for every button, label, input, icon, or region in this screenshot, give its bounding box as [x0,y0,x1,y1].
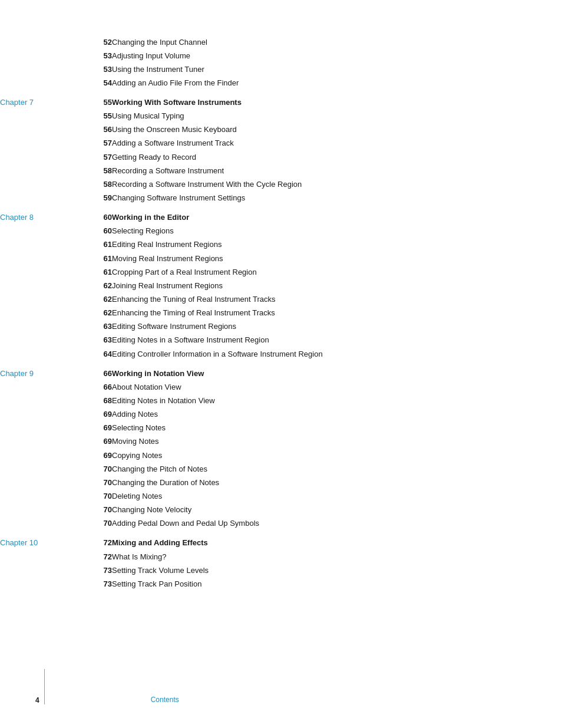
toc-table: 52 Changing the Input Channel 53 Adjusti… [0,35,562,591]
chapter-cell: Chapter 7 [0,96,82,110]
page-number-cell: 66 [82,380,112,394]
footer-contents-label: Contents [45,696,179,704]
chapter-label: Chapter 10 [0,538,38,547]
chapter-cell [0,192,82,205]
chapter-cell [0,49,82,62]
page-number-cell: 62 [82,293,112,307]
page-number-cell: 54 [82,76,112,90]
page-number-cell: 63 [82,320,112,334]
list-item: 70 Adding Pedal Down and Pedal Up Symbol… [0,517,562,531]
chapter-cell [0,35,82,49]
list-item: 62 Joining Real Instrument Regions [0,279,562,292]
title-cell: Enhancing the Tuning of Real Instrument … [112,293,562,307]
page-number: 4 [35,696,39,704]
page-number-cell: 66 [82,367,112,380]
chapter-cell [0,279,82,292]
list-item: 62 Enhancing the Tuning of Real Instrume… [0,293,562,307]
title-cell: Getting Ready to Record [112,150,562,164]
chapter-cell [0,320,82,334]
list-item: 55 Using Musical Typing [0,110,562,123]
list-item: 52 Changing the Input Channel [0,35,562,49]
title-cell: Changing the Duration of Notes [112,476,562,489]
chapter-cell [0,503,82,517]
title-cell: Using Musical Typing [112,110,562,123]
chapter-cell [0,265,82,279]
page-number-cell: 70 [82,517,112,531]
title-cell: Editing Notes in a Software Instrument R… [112,334,562,347]
list-item: 63 Editing Notes in a Software Instrumen… [0,334,562,347]
chapter-cell [0,490,82,503]
page-number-cell: 61 [82,238,112,252]
list-item: Chapter 7 55 Working With Software Instr… [0,96,562,110]
list-item: 70 Changing Note Velocity [0,503,562,517]
chapter-cell [0,408,82,421]
page: 52 Changing the Input Channel 53 Adjusti… [0,0,562,728]
title-cell: Mixing and Adding Effects [112,536,562,550]
page-number-cell: 58 [82,164,112,177]
page-number-cell: 69 [82,435,112,449]
page-number-cell: 69 [82,408,112,421]
list-item: 66 About Notation View [0,380,562,394]
title-cell: Editing Notes in Notation View [112,394,562,408]
chapter-cell [0,164,82,177]
page-number-cell: 52 [82,35,112,49]
title-cell: Working With Software Instruments [112,96,562,110]
chapter-cell [0,137,82,150]
chapter-cell: Chapter 10 [0,536,82,550]
list-item: 59 Changing Software Instrument Settings [0,192,562,205]
chapter-cell [0,462,82,476]
title-cell: Working in the Editor [112,211,562,225]
page-number-cell: 55 [82,96,112,110]
list-item: 58 Recording a Software Instrument With … [0,177,562,191]
chapter-cell [0,62,82,76]
chapter-cell [0,177,82,191]
page-number-cell: 56 [82,123,112,137]
list-item: 69 Adding Notes [0,408,562,421]
chapter-cell [0,307,82,320]
title-cell: Adding Pedal Down and Pedal Up Symbols [112,517,562,531]
chapter-label: Chapter 7 [0,98,34,107]
title-cell: Editing Controller Information in a Soft… [112,347,562,361]
title-cell: Setting Track Volume Levels [112,564,562,577]
title-cell: Deleting Notes [112,490,562,503]
page-number-cell: 60 [82,211,112,225]
chapter-cell [0,517,82,531]
title-cell: Adjusting Input Volume [112,49,562,62]
list-item: 70 Changing the Duration of Notes [0,476,562,489]
list-item: 57 Adding a Software Instrument Track [0,137,562,150]
list-item: 70 Deleting Notes [0,490,562,503]
page-number-cell: 61 [82,252,112,265]
list-item: 53 Using the Instrument Tuner [0,62,562,76]
title-cell: Cropping Part of a Real Instrument Regio… [112,265,562,279]
title-cell: About Notation View [112,380,562,394]
title-cell: Changing the Pitch of Notes [112,462,562,476]
list-item: 63 Editing Software Instrument Regions [0,320,562,334]
title-cell: Selecting Regions [112,225,562,238]
list-item: 69 Moving Notes [0,435,562,449]
list-item: 69 Selecting Notes [0,421,562,435]
list-item: 61 Editing Real Instrument Regions [0,238,562,252]
page-number-cell: 58 [82,177,112,191]
title-cell: Adding a Software Instrument Track [112,137,562,150]
page-number-cell: 57 [82,137,112,150]
list-item: 57 Getting Ready to Record [0,150,562,164]
chapter-cell [0,435,82,449]
title-cell: Moving Real Instrument Regions [112,252,562,265]
title-cell: Recording a Software Instrument [112,164,562,177]
title-cell: What Is Mixing? [112,550,562,564]
chapter-cell [0,476,82,489]
title-cell: Joining Real Instrument Regions [112,279,562,292]
title-cell: Changing Software Instrument Settings [112,192,562,205]
list-item: 68 Editing Notes in Notation View [0,394,562,408]
list-item: 54 Adding an Audio File From the Finder [0,76,562,90]
chapter-label: Chapter 9 [0,369,34,378]
chapter-cell [0,225,82,238]
title-cell: Editing Real Instrument Regions [112,238,562,252]
page-number-cell: 70 [82,490,112,503]
title-cell: Enhancing the Timing of Real Instrument … [112,307,562,320]
title-cell: Editing Software Instrument Regions [112,320,562,334]
title-cell: Selecting Notes [112,421,562,435]
page-number-cell: 57 [82,150,112,164]
title-cell: Adding Notes [112,408,562,421]
page-number-cell: 62 [82,307,112,320]
